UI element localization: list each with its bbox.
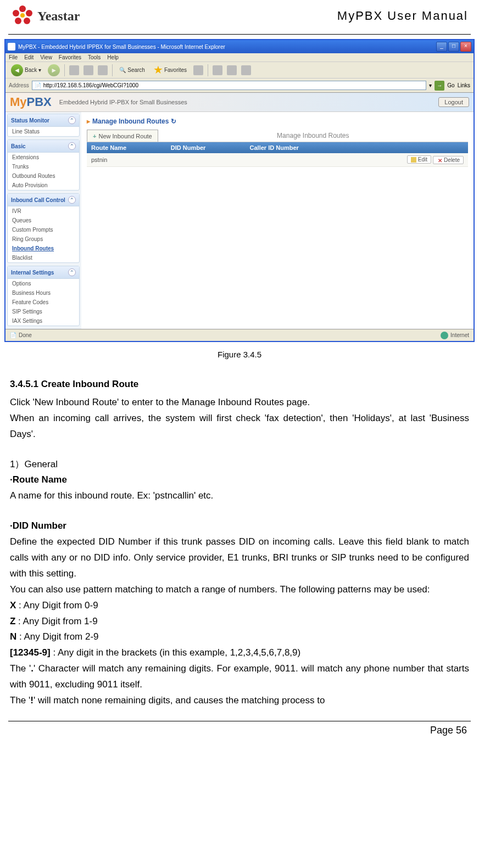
logo-pbx: PBX — [27, 95, 52, 109]
manual-title: MyPBX User Manual — [337, 9, 468, 23]
cell-caller — [246, 153, 350, 167]
logo-text: Yeastar — [37, 9, 80, 24]
window-titlebar: MyPBX - Embedded Hybrid IPPBX for Small … — [5, 40, 474, 53]
flower-icon — [11, 4, 34, 27]
cell-route-name: pstnin — [87, 153, 166, 167]
back-button[interactable]: ◄Back ▾ — [9, 63, 43, 77]
bold-text: X — [10, 600, 16, 611]
svg-point-1 — [13, 10, 19, 16]
address-dropdown-icon[interactable]: ▾ — [429, 82, 432, 88]
sidebar-item-featurecodes[interactable]: Feature Codes — [8, 298, 79, 307]
breadcrumb-text: Manage Inbound Routes — [92, 117, 169, 125]
body-text: Click 'New Inbound Route' to enter to th… — [10, 395, 469, 411]
svg-point-3 — [15, 18, 21, 24]
app-header: MyPBX Embedded Hybrid IP-PBX for Small B… — [5, 93, 474, 112]
new-inbound-route-button[interactable]: + New Inbound Route — [87, 130, 158, 142]
body-text: You can also use pattern matching to mat… — [10, 582, 469, 598]
page-number: Page 56 — [0, 725, 479, 745]
favorites-label: Favorites — [164, 67, 187, 73]
refresh-icon[interactable]: ↻ — [171, 117, 176, 125]
menu-view[interactable]: View — [40, 54, 52, 60]
sidebar-item-trunks[interactable]: Trunks — [8, 162, 79, 171]
body-text: X : Any Digit from 0-9 — [10, 598, 469, 614]
edit-icon[interactable] — [241, 65, 251, 75]
menu-file[interactable]: File — [9, 54, 18, 60]
pencil-icon — [411, 157, 416, 163]
menu-favorites[interactable]: Favorites — [59, 54, 81, 60]
inline-text: : Any Digit from 0-9 — [16, 600, 98, 611]
links-label[interactable]: Links — [458, 82, 470, 88]
sidebar-item-ivr[interactable]: IVR — [8, 206, 79, 216]
sidebar-item-sip[interactable]: SIP Settings — [8, 307, 79, 316]
sidebar-item-extensions[interactable]: Extensions — [8, 153, 79, 162]
inline-text: : Any Digit from 2-9 — [16, 631, 98, 642]
sidebar-item-ringgroups[interactable]: Ring Groups — [8, 234, 79, 244]
body-text: [12345-9] : Any digit in the brackets (i… — [10, 645, 469, 661]
ie-icon — [8, 43, 15, 51]
done-icon: 📄 — [10, 332, 16, 338]
sidebar-item-linestatus[interactable]: Line Status — [8, 127, 79, 136]
delete-button[interactable]: ✕Delete — [433, 156, 464, 164]
col-caller-id: Caller ID Number — [246, 142, 350, 153]
toolbar: ◄Back ▾ ► 🔍Search Favorites — [5, 62, 474, 79]
group-title: Basic — [11, 143, 26, 149]
header-rule — [8, 34, 471, 35]
mail-icon[interactable] — [213, 65, 222, 75]
collapse-icon[interactable]: ⌃ — [68, 116, 76, 124]
delete-icon: ✕ — [437, 158, 442, 163]
sidebar-item-prompts[interactable]: Custom Prompts — [8, 225, 79, 234]
breadcrumb: ▸ Manage Inbound Routes ↻ — [87, 115, 468, 127]
window-controls: _ □ × — [436, 42, 471, 52]
close-button[interactable]: × — [460, 42, 471, 52]
refresh-icon[interactable] — [83, 65, 93, 75]
back-icon: ◄ — [11, 64, 23, 76]
sidebar-item-queues[interactable]: Queues — [8, 216, 79, 225]
collapse-icon[interactable]: ⌃ — [68, 268, 76, 276]
window-title: MyPBX - Embedded Hybrid IPPBX for Small … — [18, 44, 225, 50]
tab-row: + New Inbound Route Manage Inbound Route… — [87, 130, 468, 142]
table-row: pstnin Edit ✕Delete — [87, 153, 468, 167]
sidebar-item-iax[interactable]: IAX Settings — [8, 316, 79, 326]
routes-table: Route Name DID Number Caller ID Number p… — [87, 142, 468, 167]
forward-button[interactable]: ► — [48, 64, 60, 76]
address-input[interactable]: 📄 http://192.168.5.186/cgi/WebCGI?1000 — [32, 81, 427, 90]
collapse-icon[interactable]: ⌃ — [68, 142, 76, 150]
maximize-button[interactable]: □ — [448, 42, 459, 52]
col-did-number: DID Number — [166, 142, 246, 153]
collapse-icon[interactable]: ⌃ — [68, 196, 76, 204]
body-text: N : Any Digit from 2-9 — [10, 629, 469, 645]
print-icon[interactable] — [227, 65, 237, 75]
doc-header: Yeastar MyPBX User Manual — [0, 0, 479, 34]
screenshot-browser-window: MyPBX - Embedded Hybrid IPPBX for Small … — [4, 39, 475, 342]
minimize-button[interactable]: _ — [436, 42, 447, 52]
menu-edit[interactable]: Edit — [24, 54, 34, 60]
sidebar-item-blacklist[interactable]: Blacklist — [8, 253, 79, 262]
edit-label: Edit — [418, 156, 427, 163]
bold-text: [12345-9] — [10, 647, 51, 658]
sidebar-item-outbound[interactable]: Outbound Routes — [8, 171, 79, 181]
edit-button[interactable]: Edit — [407, 155, 431, 164]
separator-icon — [112, 64, 113, 76]
bold-text: Z — [10, 616, 15, 626]
status-internet: Internet — [450, 332, 469, 338]
sidebar-item-businesshours[interactable]: Business Hours — [8, 288, 79, 298]
sidebar-item-autoprovision[interactable]: Auto Provision — [8, 181, 79, 190]
search-button[interactable]: 🔍Search — [117, 66, 147, 74]
logout-button[interactable]: Logout — [438, 97, 469, 107]
inline-text: : Any digit in the brackets (in this exa… — [51, 647, 300, 658]
menu-bar: File Edit View Favorites Tools Help — [5, 53, 474, 62]
table-header-row: Route Name DID Number Caller ID Number — [87, 142, 468, 153]
back-label: Back — [25, 67, 37, 73]
status-done: Done — [19, 332, 32, 338]
sidebar-item-options[interactable]: Options — [8, 279, 79, 288]
go-button[interactable]: → — [435, 81, 444, 91]
menu-help[interactable]: Help — [107, 54, 119, 60]
history-icon[interactable] — [193, 65, 203, 75]
home-icon[interactable] — [98, 65, 108, 75]
favorites-button[interactable]: Favorites — [152, 65, 189, 76]
body-text: A name for this inbound route. Ex: 'pstn… — [10, 488, 469, 504]
stop-icon[interactable] — [69, 65, 79, 75]
internet-icon — [441, 332, 448, 339]
menu-tools[interactable]: Tools — [88, 54, 101, 60]
sidebar-item-inboundroutes[interactable]: Inbound Routes — [8, 244, 79, 253]
